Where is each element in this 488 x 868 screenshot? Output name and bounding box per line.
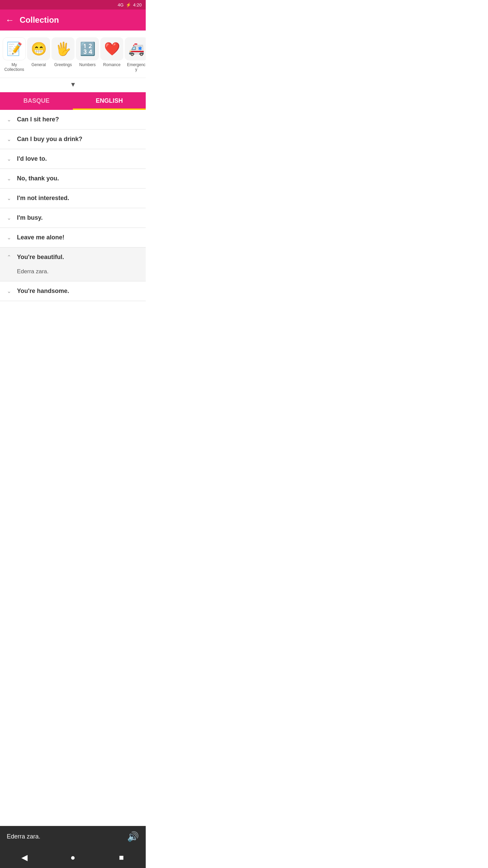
- phrase-chevron-1: ⌄: [5, 116, 12, 123]
- phrase-chevron-7: ⌄: [5, 234, 12, 241]
- phrase-item-1[interactable]: ⌄Can I sit here?: [0, 110, 146, 130]
- greetings-label: Greetings: [54, 62, 72, 67]
- phrase-item-2[interactable]: ⌄Can I buy you a drink?: [0, 130, 146, 149]
- numbers-label: Numbers: [79, 62, 96, 67]
- phrase-row-3: ⌄I'd love to.: [0, 149, 146, 169]
- emergency-label: Emergency: [126, 62, 146, 72]
- battery-icon: ⚡: [126, 2, 131, 7]
- category-item-my-collections[interactable]: 📝My Collections: [3, 36, 26, 75]
- phrase-chevron-9: ⌄: [5, 288, 12, 294]
- general-label: General: [32, 62, 46, 67]
- phrase-row-4: ⌄No, thank you.: [0, 169, 146, 188]
- signal-icon: 4G: [118, 2, 123, 7]
- category-item-general[interactable]: 😁General: [27, 36, 50, 70]
- phrase-row-9: ⌄You're handsome.: [0, 281, 146, 301]
- phrase-item-7[interactable]: ⌄Leave me alone!: [0, 228, 146, 248]
- phrase-translation-8: Ederra zara.: [0, 267, 146, 281]
- phrase-text-5: I'm not interested.: [17, 195, 69, 202]
- phrase-row-2: ⌄Can I buy you a drink?: [0, 130, 146, 149]
- phrase-text-1: Can I sit here?: [17, 116, 59, 123]
- phrase-text-8: You're beautiful.: [17, 254, 64, 261]
- phrase-text-4: No, thank you.: [17, 175, 59, 182]
- phrase-row-5: ⌄I'm not interested.: [0, 189, 146, 208]
- romance-icon: ❤️: [100, 37, 123, 60]
- romance-label: Romance: [103, 62, 120, 67]
- category-item-greetings[interactable]: 🖐Greetings: [52, 36, 75, 70]
- phrase-text-7: Leave me alone!: [17, 234, 64, 241]
- my-collections-label: My Collections: [4, 62, 24, 72]
- tab-basque[interactable]: BASQUE: [0, 92, 73, 110]
- phrase-row-7: ⌄Leave me alone!: [0, 228, 146, 247]
- phrase-item-4[interactable]: ⌄No, thank you.: [0, 169, 146, 189]
- phrase-row-1: ⌄Can I sit here?: [0, 110, 146, 129]
- emergency-icon: 🚑: [125, 37, 146, 60]
- expand-row: ▾: [0, 78, 146, 92]
- phrase-chevron-6: ⌄: [5, 215, 12, 221]
- category-item-numbers[interactable]: 🔢Numbers: [76, 36, 99, 70]
- phrase-list: ⌄Can I sit here?⌄Can I buy you a drink?⌄…: [0, 110, 146, 301]
- expand-icon[interactable]: ▾: [71, 80, 75, 89]
- phrase-text-6: I'm busy.: [17, 214, 43, 221]
- phrase-item-8[interactable]: ⌃You're beautiful.Ederra zara.: [0, 248, 146, 281]
- app-bar: ← Collection: [0, 9, 146, 31]
- phrase-chevron-5: ⌄: [5, 195, 12, 201]
- phrase-chevron-8: ⌃: [5, 254, 12, 260]
- time-display: 4:20: [133, 2, 142, 7]
- language-tabs: BASQUEENGLISH: [0, 92, 146, 110]
- status-bar: 4G ⚡ 4:20: [0, 0, 146, 9]
- greetings-icon: 🖐: [52, 37, 75, 60]
- phrase-row-8: ⌃You're beautiful.: [0, 248, 146, 267]
- phrase-text-3: I'd love to.: [17, 155, 47, 162]
- phrase-chevron-3: ⌄: [5, 156, 12, 162]
- phrase-item-5[interactable]: ⌄I'm not interested.: [0, 189, 146, 208]
- phrase-item-6[interactable]: ⌄I'm busy.: [0, 208, 146, 228]
- category-row: 📝My Collections😁General🖐Greetings🔢Number…: [0, 31, 146, 78]
- phrase-item-9[interactable]: ⌄You're handsome.: [0, 281, 146, 301]
- phrase-text-9: You're handsome.: [17, 288, 69, 295]
- phrase-text-2: Can I buy you a drink?: [17, 136, 82, 143]
- phrase-row-6: ⌄I'm busy.: [0, 208, 146, 228]
- numbers-icon: 🔢: [76, 37, 99, 60]
- general-icon: 😁: [27, 37, 50, 60]
- back-button[interactable]: ←: [5, 16, 14, 24]
- category-item-romance[interactable]: ❤️Romance: [100, 36, 123, 70]
- phrase-chevron-2: ⌄: [5, 136, 12, 142]
- category-item-emergency[interactable]: 🚑Emergency: [125, 36, 146, 75]
- my-collections-icon: 📝: [3, 37, 26, 60]
- phrase-item-3[interactable]: ⌄I'd love to.: [0, 149, 146, 169]
- tab-english[interactable]: ENGLISH: [73, 92, 146, 110]
- page-title: Collection: [20, 15, 59, 25]
- phrase-chevron-4: ⌄: [5, 175, 12, 182]
